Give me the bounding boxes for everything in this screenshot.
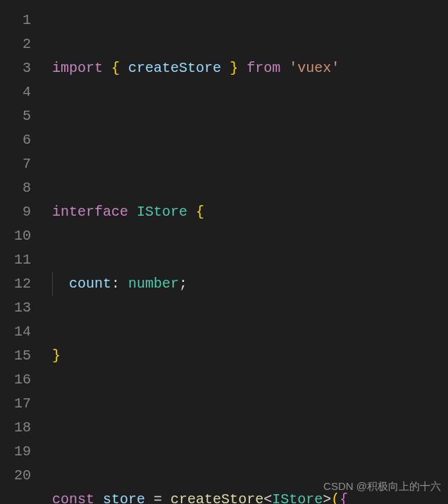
code-line: import { createStore } from 'vuex' xyxy=(44,56,448,80)
line-number: 13 xyxy=(0,296,31,320)
operator: = xyxy=(154,491,162,504)
line-number-gutter: 1 2 3 4 5 6 7 8 9 10 11 12 13 14 15 16 1… xyxy=(0,0,44,504)
line-number: 19 xyxy=(0,440,31,464)
identifier: store xyxy=(103,491,145,504)
line-number: 16 xyxy=(0,368,31,392)
line-number: 2 xyxy=(0,32,31,56)
type: IStore xyxy=(137,204,187,220)
keyword: from xyxy=(247,60,280,76)
line-number: 9 xyxy=(0,200,31,224)
line-number: 5 xyxy=(0,104,31,128)
identifier: createStore xyxy=(128,60,221,76)
line-number: 12 xyxy=(0,272,31,296)
line-number: 7 xyxy=(0,152,31,176)
keyword: const xyxy=(52,491,94,504)
line-number: 4 xyxy=(0,80,31,104)
line-number: 11 xyxy=(0,248,31,272)
code-line xyxy=(44,416,448,440)
brace: { xyxy=(196,204,204,220)
brace: } xyxy=(230,60,238,76)
line-number: 10 xyxy=(0,224,31,248)
code-line xyxy=(44,128,448,152)
code-editor: 1 2 3 4 5 6 7 8 9 10 11 12 13 14 15 16 1… xyxy=(0,0,448,504)
punct: < xyxy=(263,491,272,504)
code-area[interactable]: import { createStore } from 'vuex' inter… xyxy=(44,0,448,504)
punct: : xyxy=(111,276,120,292)
code-line: } xyxy=(44,344,448,368)
line-number: 8 xyxy=(0,176,31,200)
keyword: interface xyxy=(52,204,128,220)
line-number: 20 xyxy=(0,464,31,488)
punct: ; xyxy=(179,276,187,292)
brace: } xyxy=(52,348,61,364)
brace: { xyxy=(111,60,120,76)
string: 'vuex' xyxy=(289,60,340,76)
line-number: 3 xyxy=(0,56,31,80)
line-number: 17 xyxy=(0,392,31,416)
type: number xyxy=(128,276,179,292)
code-line: interface IStore { xyxy=(44,200,448,224)
watermark: CSDN @积极向上的十六 xyxy=(323,474,441,498)
line-number: 6 xyxy=(0,128,31,152)
line-number: 14 xyxy=(0,320,31,344)
function: createStore xyxy=(170,491,263,504)
keyword: import xyxy=(52,60,103,76)
code-line: count: number; xyxy=(44,272,448,296)
line-number: 18 xyxy=(0,416,31,440)
type: IStore xyxy=(272,491,323,504)
line-number: 15 xyxy=(0,344,31,368)
property: count xyxy=(69,276,111,292)
line-number: 1 xyxy=(0,8,31,32)
